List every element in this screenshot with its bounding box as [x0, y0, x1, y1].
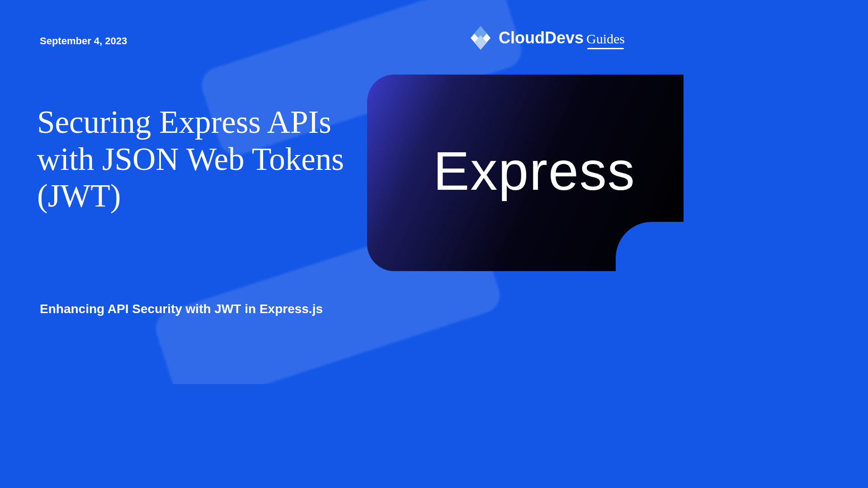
logo-text: CloudDevs Guides [499, 28, 625, 47]
logo-brand-part2: Devs [545, 28, 584, 47]
brand-logo: CloudDevs Guides [467, 25, 625, 51]
publish-date: September 4, 2023 [40, 35, 127, 47]
technology-label: Express [433, 140, 635, 202]
logo-brand-part1: Cloud [499, 28, 545, 47]
logo-icon [467, 25, 494, 51]
page-subtitle: Enhancing API Security with JWT in Expre… [40, 302, 323, 316]
page-title: Securing Express APIs with JSON Web Toke… [37, 104, 363, 215]
logo-suffix: Guides [586, 31, 625, 47]
technology-card: Express [367, 75, 684, 271]
